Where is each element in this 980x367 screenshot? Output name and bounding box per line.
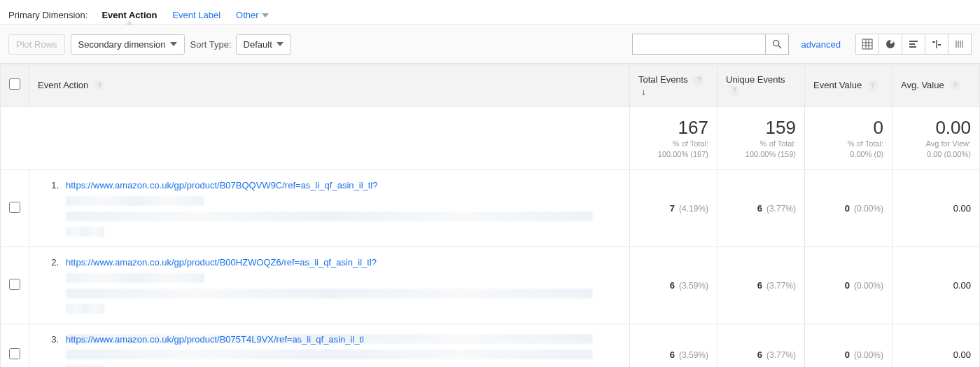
summary-avg-value: 0.00 — [901, 117, 971, 139]
summary-event-value: 0 — [813, 117, 883, 139]
redacted-text — [66, 304, 104, 314]
redacted-text — [66, 212, 593, 221]
svg-rect-13 — [938, 44, 941, 46]
performance-bars-icon — [908, 39, 919, 50]
row-checkbox[interactable] — [9, 279, 20, 290]
col-total-events-label: Total Events — [638, 74, 688, 85]
table-toolbar: Plot Rows Secondary dimension Sort Type:… — [0, 25, 980, 64]
sort-desc-icon: ↓ — [641, 86, 646, 97]
svg-point-0 — [773, 41, 778, 46]
redacted-text — [66, 289, 593, 298]
chevron-down-icon — [170, 42, 177, 46]
view-pie-button[interactable] — [878, 34, 902, 55]
select-all-checkbox[interactable] — [9, 78, 20, 90]
col-event-action[interactable]: Event Action ? — [29, 64, 630, 107]
col-event-action-label: Event Action — [38, 80, 88, 90]
table-row: 2. https://www.amazon.co.uk/gp/product/B… — [1, 247, 980, 324]
view-selector — [856, 34, 972, 55]
view-pivot-button[interactable] — [948, 34, 972, 55]
svg-rect-10 — [909, 46, 916, 48]
summary-total-events: 167 — [638, 117, 708, 139]
row-checkbox[interactable] — [9, 202, 20, 213]
secondary-dimension-dropdown[interactable]: Secondary dimension — [71, 34, 185, 55]
search-icon — [771, 39, 783, 50]
search-wrap — [632, 34, 789, 55]
col-event-value[interactable]: Event Value ? — [805, 64, 892, 107]
help-icon[interactable]: ? — [729, 85, 740, 97]
summary-unique-events: 159 — [726, 117, 796, 139]
chevron-down-icon — [276, 42, 284, 46]
col-unique-events[interactable]: Unique Events ? — [718, 64, 805, 107]
sort-type-dropdown[interactable]: Default — [236, 34, 291, 55]
secondary-dimension-label: Secondary dimension — [78, 39, 166, 50]
tab-event-action[interactable]: Event Action — [100, 6, 158, 25]
view-bars-button[interactable] — [902, 34, 925, 55]
row-number: 1. — [38, 180, 59, 237]
sort-type-value: Default — [244, 39, 272, 50]
primary-dimension-label: Primary Dimension: — [8, 10, 88, 20]
pie-chart-icon — [885, 39, 896, 50]
table-row: 3. https://www.amazon.co.uk/gp/product/B… — [1, 324, 980, 367]
help-icon[interactable]: ? — [693, 75, 704, 86]
col-avg-value[interactable]: Avg. Value ? — [892, 64, 980, 107]
table-row: 1. https://www.amazon.co.uk/gp/product/B… — [1, 170, 980, 247]
col-select-all — [1, 64, 29, 107]
help-icon[interactable]: ? — [949, 80, 960, 91]
row-checkbox[interactable] — [9, 348, 20, 359]
event-action-link[interactable]: https://www.amazon.co.uk/gp/product/B00H… — [66, 257, 377, 268]
tab-event-label[interactable]: Event Label — [171, 6, 222, 25]
help-icon[interactable]: ? — [94, 80, 105, 91]
view-comparison-button[interactable] — [925, 34, 948, 55]
redacted-text — [66, 196, 204, 206]
summary-row: 167 % of Total: 100.00% (167) 159 % of T… — [1, 106, 980, 170]
svg-rect-8 — [909, 41, 918, 42]
chevron-down-icon — [262, 13, 269, 18]
primary-dimension-tabs: Primary Dimension: Event Action Event La… — [0, 0, 980, 25]
col-avg-value-label: Avg. Value — [901, 80, 944, 90]
svg-rect-2 — [862, 39, 872, 49]
redacted-text — [66, 349, 593, 359]
comparison-icon — [931, 39, 942, 50]
svg-line-1 — [778, 46, 781, 48]
tab-other-label: Other — [236, 10, 259, 20]
col-unique-events-label: Unique Events — [726, 74, 785, 85]
events-table: Event Action ? Total Events ? ↓ Unique E… — [0, 64, 980, 367]
help-icon[interactable]: ? — [867, 80, 878, 91]
event-action-link[interactable]: https://www.amazon.co.uk/gp/product/B07B… — [66, 180, 377, 191]
col-event-value-label: Event Value — [813, 80, 862, 90]
advanced-link[interactable]: advanced — [802, 39, 841, 50]
search-input[interactable] — [632, 34, 765, 55]
pivot-icon — [954, 39, 965, 50]
row-number: 3. — [38, 334, 59, 367]
svg-rect-12 — [932, 41, 935, 43]
event-action-link[interactable]: https://www.amazon.co.uk/gp/product/B075… — [66, 334, 364, 345]
table-grid-icon — [862, 39, 873, 50]
svg-rect-9 — [909, 43, 915, 45]
plot-rows-button: Plot Rows — [8, 34, 65, 55]
col-total-events[interactable]: Total Events ? ↓ — [630, 64, 718, 107]
redacted-text — [66, 273, 204, 283]
tab-other[interactable]: Other — [234, 6, 270, 25]
redacted-text — [66, 227, 104, 237]
search-button[interactable] — [765, 34, 789, 55]
view-table-button[interactable] — [855, 34, 879, 55]
sort-type-label: Sort Type: — [190, 39, 232, 50]
row-number: 2. — [38, 257, 59, 314]
